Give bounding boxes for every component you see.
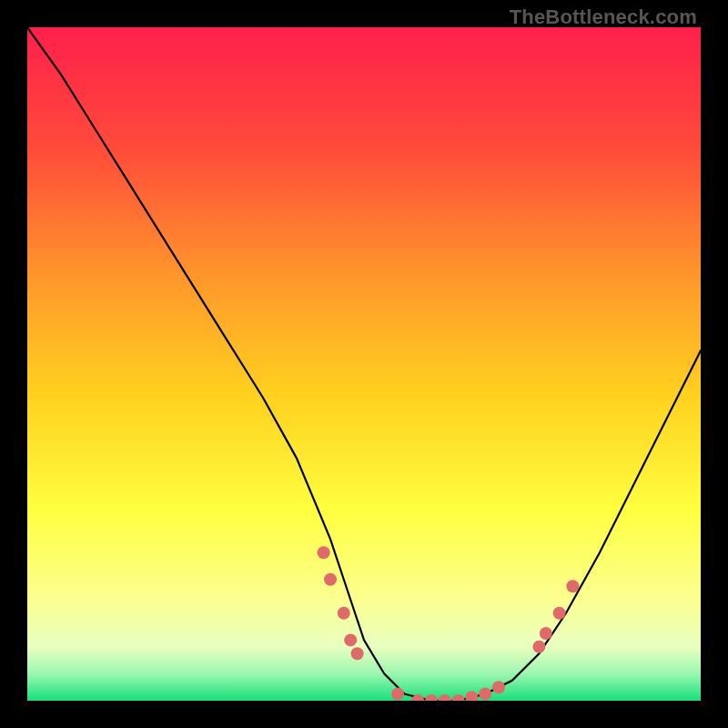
- chart-svg: [27, 27, 701, 701]
- gradient-background: [27, 27, 701, 701]
- data-dot: [324, 573, 337, 586]
- data-dot: [351, 647, 364, 660]
- data-dot: [318, 546, 330, 559]
- data-dot: [344, 633, 357, 646]
- data-dot: [566, 580, 579, 592]
- chart-frame: [27, 27, 701, 701]
- data-dot: [391, 688, 404, 701]
- data-dot: [492, 681, 505, 693]
- data-dot: [540, 627, 552, 640]
- watermark-text: TheBottleneck.com: [510, 5, 697, 29]
- data-dot: [532, 641, 545, 653]
- data-dot: [479, 688, 491, 701]
- data-dot: [338, 607, 350, 620]
- data-dot: [553, 607, 566, 620]
